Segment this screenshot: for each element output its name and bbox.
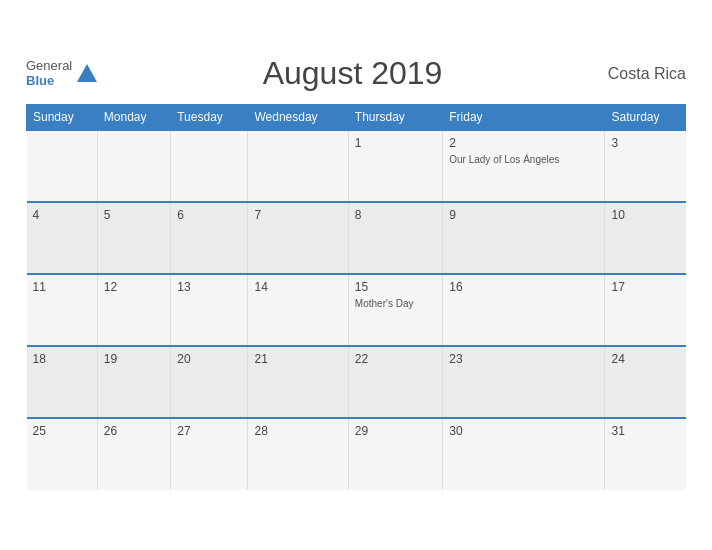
col-friday: Friday: [443, 105, 605, 131]
table-row: 8: [348, 202, 442, 274]
day-number: 5: [104, 208, 164, 222]
table-row: 9: [443, 202, 605, 274]
table-row: 28: [248, 418, 348, 490]
table-row: 7: [248, 202, 348, 274]
col-saturday: Saturday: [605, 105, 686, 131]
day-number: 14: [254, 280, 341, 294]
day-number: 1: [355, 136, 436, 150]
month-title: August 2019: [97, 55, 608, 92]
table-row: 24: [605, 346, 686, 418]
calendar-week-row: 25262728293031: [27, 418, 686, 490]
day-number: 21: [254, 352, 341, 366]
day-number: 17: [611, 280, 679, 294]
table-row: [248, 130, 348, 202]
table-row: 19: [97, 346, 170, 418]
table-row: 3: [605, 130, 686, 202]
table-row: 27: [171, 418, 248, 490]
table-row: [97, 130, 170, 202]
table-row: 6: [171, 202, 248, 274]
col-thursday: Thursday: [348, 105, 442, 131]
country-label: Costa Rica: [608, 65, 686, 83]
day-number: 4: [33, 208, 91, 222]
day-number: 22: [355, 352, 436, 366]
calendar-week-row: 18192021222324: [27, 346, 686, 418]
table-row: 29: [348, 418, 442, 490]
table-row: 21: [248, 346, 348, 418]
table-row: 20: [171, 346, 248, 418]
day-number: 16: [449, 280, 598, 294]
table-row: 25: [27, 418, 98, 490]
logo-general-text: General: [26, 59, 72, 73]
logo-blue-text: Blue: [26, 74, 72, 88]
calendar-week-row: 45678910: [27, 202, 686, 274]
col-sunday: Sunday: [27, 105, 98, 131]
day-number: 13: [177, 280, 241, 294]
day-number: 15: [355, 280, 436, 294]
logo-triangle-icon: [77, 64, 97, 82]
table-row: [171, 130, 248, 202]
table-row: 30: [443, 418, 605, 490]
day-number: 19: [104, 352, 164, 366]
day-number: 20: [177, 352, 241, 366]
day-number: 27: [177, 424, 241, 438]
table-row: 26: [97, 418, 170, 490]
day-number: 18: [33, 352, 91, 366]
day-number: 31: [611, 424, 679, 438]
calendar-table: Sunday Monday Tuesday Wednesday Thursday…: [26, 104, 686, 490]
calendar-container: General Blue August 2019 Costa Rica Sund…: [11, 45, 701, 505]
day-number: 10: [611, 208, 679, 222]
day-number: 25: [33, 424, 91, 438]
day-number: 23: [449, 352, 598, 366]
calendar-header: General Blue August 2019 Costa Rica: [26, 55, 686, 92]
day-number: 12: [104, 280, 164, 294]
table-row: 31: [605, 418, 686, 490]
table-row: 17: [605, 274, 686, 346]
day-number: 7: [254, 208, 341, 222]
table-row: 18: [27, 346, 98, 418]
calendar-week-row: 1112131415Mother's Day1617: [27, 274, 686, 346]
table-row: 16: [443, 274, 605, 346]
col-monday: Monday: [97, 105, 170, 131]
table-row: 23: [443, 346, 605, 418]
day-number: 24: [611, 352, 679, 366]
day-number: 6: [177, 208, 241, 222]
col-wednesday: Wednesday: [248, 105, 348, 131]
table-row: 2Our Lady of Los Ángeles: [443, 130, 605, 202]
day-number: 9: [449, 208, 598, 222]
table-row: 13: [171, 274, 248, 346]
table-row: [27, 130, 98, 202]
weekday-header-row: Sunday Monday Tuesday Wednesday Thursday…: [27, 105, 686, 131]
table-row: 5: [97, 202, 170, 274]
table-row: 1: [348, 130, 442, 202]
table-row: 14: [248, 274, 348, 346]
day-number: 29: [355, 424, 436, 438]
table-row: 22: [348, 346, 442, 418]
table-row: 11: [27, 274, 98, 346]
table-row: 15Mother's Day: [348, 274, 442, 346]
table-row: 12: [97, 274, 170, 346]
day-number: 8: [355, 208, 436, 222]
col-tuesday: Tuesday: [171, 105, 248, 131]
day-number: 3: [611, 136, 679, 150]
day-number: 2: [449, 136, 598, 150]
day-number: 28: [254, 424, 341, 438]
table-row: 10: [605, 202, 686, 274]
event-label: Mother's Day: [355, 298, 414, 309]
day-number: 30: [449, 424, 598, 438]
day-number: 11: [33, 280, 91, 294]
event-label: Our Lady of Los Ángeles: [449, 154, 559, 165]
table-row: 4: [27, 202, 98, 274]
logo: General Blue: [26, 59, 97, 88]
calendar-week-row: 12Our Lady of Los Ángeles3: [27, 130, 686, 202]
day-number: 26: [104, 424, 164, 438]
